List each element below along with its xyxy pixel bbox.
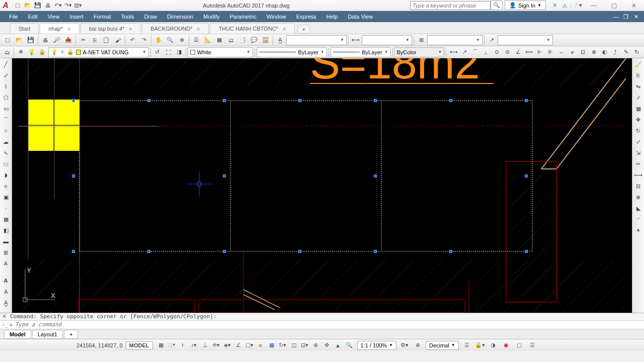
- grip[interactable]: [223, 99, 226, 102]
- dim-update-icon[interactable]: ↻: [632, 47, 642, 57]
- tab-nhap[interactable]: nhap*✕: [40, 23, 79, 34]
- block-icon[interactable]: ▦: [214, 35, 225, 45]
- grip[interactable]: [374, 99, 377, 102]
- polar-icon[interactable]: ✛▾: [211, 340, 221, 350]
- quick-props-icon[interactable]: ☰: [462, 340, 472, 350]
- workspace-switch-icon[interactable]: ⚙▾: [399, 340, 410, 350]
- mirror-icon[interactable]: ⇋: [633, 81, 644, 92]
- polygon-icon[interactable]: ⬠: [1, 93, 11, 103]
- rectangle-icon[interactable]: ▭: [1, 104, 11, 114]
- text-icon[interactable]: Ạ: [1, 287, 11, 297]
- layout1-tab[interactable]: Layout1: [32, 330, 63, 339]
- dim-cont-icon[interactable]: ⊪: [545, 47, 555, 57]
- tablestyle-dropdown[interactable]: ▼: [427, 35, 482, 45]
- offset-icon[interactable]: ⫽: [633, 93, 644, 103]
- lineweight-icon[interactable]: ≡: [256, 340, 266, 350]
- grip[interactable]: [72, 250, 75, 253]
- save-icon[interactable]: 💾: [33, 1, 42, 10]
- fillet-icon[interactable]: ◜: [633, 214, 644, 224]
- stretch-icon[interactable]: ⇲: [633, 148, 644, 158]
- plotstyle-dropdown[interactable]: ByColor ▼: [394, 47, 444, 57]
- dim-ord-icon[interactable]: ⟂: [481, 47, 491, 57]
- dim-aligned-icon[interactable]: ↗: [459, 47, 469, 57]
- menu-dataview[interactable]: Data View: [343, 11, 378, 22]
- menu-modify[interactable]: Modify: [198, 11, 224, 22]
- workspace-icon[interactable]: ▥▾: [73, 1, 83, 10]
- a360-icon[interactable]: ◬: [560, 1, 569, 10]
- open-icon[interactable]: 📂: [14, 35, 25, 45]
- calc-icon[interactable]: 🧮: [260, 35, 271, 45]
- dim-quick-icon[interactable]: ⟸: [524, 47, 534, 57]
- chamfer-icon[interactable]: ◣: [633, 203, 644, 213]
- annotation-icon[interactable]: ▲: [333, 340, 343, 350]
- layer-prop-icon[interactable]: 🗂: [2, 47, 12, 57]
- grip[interactable]: [374, 174, 377, 177]
- dim-inspect-icon[interactable]: ◐: [599, 47, 609, 57]
- zoom-icon[interactable]: 🔍: [165, 35, 176, 45]
- menu-tools[interactable]: Tools: [116, 11, 139, 22]
- tab-background[interactable]: BACKGROUND*✕: [142, 23, 209, 34]
- help-search-input[interactable]: [410, 1, 491, 10]
- redo-icon[interactable]: ↷▾: [63, 1, 72, 10]
- linetype-dropdown[interactable]: ByLayer ▼: [257, 47, 327, 57]
- model-tab[interactable]: Model: [4, 330, 31, 339]
- undo-icon[interactable]: ↶: [127, 35, 138, 45]
- mleader-dropdown[interactable]: ▼: [498, 35, 553, 45]
- dim-center-icon[interactable]: ⊕: [589, 47, 599, 57]
- polyline-icon[interactable]: ⌇: [1, 81, 11, 92]
- paste-icon[interactable]: 📋: [101, 35, 112, 45]
- menu-window[interactable]: Window: [262, 11, 291, 22]
- layer-freeze-icon[interactable]: ❄: [16, 47, 26, 57]
- anno-scale-dropdown[interactable]: 1:1 / 100%▼: [357, 341, 397, 350]
- dimstyle-icon[interactable]: ⟷: [350, 35, 361, 45]
- dim-jog-icon[interactable]: ⤴: [610, 47, 620, 57]
- tool-palette-icon[interactable]: 🗂: [225, 35, 236, 45]
- point-icon[interactable]: ·: [1, 203, 11, 213]
- dim-edit-icon[interactable]: ✎: [621, 47, 631, 57]
- dim-linear-icon[interactable]: ⟷: [448, 47, 458, 57]
- dim-space-icon[interactable]: ↔: [556, 47, 567, 57]
- open-icon[interactable]: 📂: [23, 1, 32, 10]
- close-button[interactable]: ✕: [624, 0, 644, 11]
- tab-start[interactable]: Start: [10, 23, 39, 34]
- menu-format[interactable]: Format: [89, 11, 116, 22]
- line-icon[interactable]: ╱: [1, 59, 11, 69]
- menu-view[interactable]: View: [43, 11, 65, 22]
- gizmo-icon[interactable]: ✜: [322, 340, 332, 350]
- textstyle-dropdown[interactable]: ▼: [286, 35, 347, 45]
- doc-minimize-icon[interactable]: —: [612, 13, 620, 21]
- redo-icon[interactable]: ↷: [138, 35, 149, 45]
- search-icon[interactable]: 🔍: [491, 1, 503, 10]
- close-icon[interactable]: ✕: [128, 26, 132, 32]
- menu-draw[interactable]: Draw: [139, 11, 162, 22]
- ellipse-arc-icon[interactable]: ◗: [1, 170, 11, 180]
- 3dosnap-icon[interactable]: ◫: [289, 340, 299, 350]
- command-input[interactable]: [15, 321, 642, 328]
- menu-insert[interactable]: Insert: [64, 11, 89, 22]
- mleader-icon[interactable]: ↗: [486, 35, 497, 45]
- doc-restore-icon[interactable]: ❐: [622, 13, 630, 21]
- close-icon[interactable]: ✕: [196, 26, 200, 32]
- sign-in-button[interactable]: 👤 Sign In ▼: [505, 1, 546, 10]
- tab-thuchanh[interactable]: THUC HANH CBTONC*✕: [210, 23, 294, 34]
- print-icon[interactable]: 🖶: [43, 1, 52, 10]
- 2dosnap-icon[interactable]: ▢▾: [245, 340, 255, 350]
- app-logo[interactable]: A: [0, 0, 11, 11]
- maximize-button[interactable]: ▢: [604, 0, 624, 11]
- orbit-icon[interactable]: ⊕: [176, 35, 187, 45]
- copy-icon[interactable]: ⎘: [89, 35, 100, 45]
- undo-icon[interactable]: ↶▾: [53, 1, 62, 10]
- rotate-icon[interactable]: ↻: [633, 126, 644, 136]
- cmd-close-icon[interactable]: ✕: [2, 313, 9, 320]
- tab-baitap[interactable]: bai tap buoi 4*✕: [80, 23, 141, 34]
- sheet-icon[interactable]: 📑: [237, 35, 248, 45]
- grip[interactable]: [525, 99, 528, 102]
- break-icon[interactable]: ⊟: [633, 181, 644, 191]
- preview-icon[interactable]: 🔎: [51, 35, 62, 45]
- annotation-monitor-icon[interactable]: ⊕: [413, 340, 423, 350]
- grip[interactable]: [147, 99, 150, 102]
- menu-dimension[interactable]: Dimension: [162, 11, 198, 22]
- match-icon[interactable]: 🖌: [112, 35, 123, 45]
- ddc-icon[interactable]: 📐: [202, 35, 213, 45]
- dimstyle-dropdown[interactable]: ▼: [362, 35, 412, 45]
